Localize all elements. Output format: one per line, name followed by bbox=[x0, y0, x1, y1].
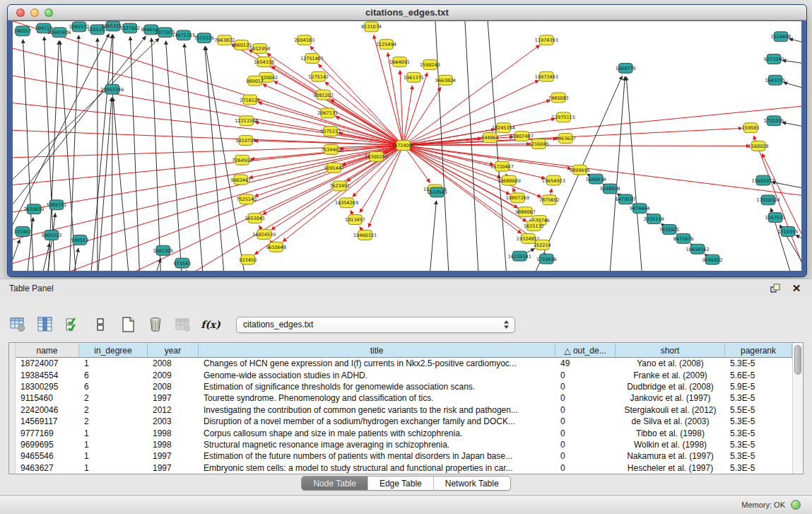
network-node[interactable]: 16135141 bbox=[508, 251, 531, 261]
select-rows-icon[interactable] bbox=[64, 315, 82, 334]
tab-network-table[interactable]: Network Table bbox=[434, 477, 510, 490]
network-node[interactable]: 12751401 bbox=[300, 54, 324, 64]
network-node[interactable]: 1733426 bbox=[536, 254, 557, 264]
column-header-year[interactable]: year bbox=[148, 343, 199, 357]
function-builder-icon[interactable]: f(x) bbox=[201, 315, 220, 334]
table-row[interactable]: 946554611997Estimation of the future num… bbox=[16, 450, 792, 462]
network-node[interactable]: 1160928 bbox=[748, 141, 769, 151]
column-header-pagerank[interactable]: pagerank bbox=[725, 343, 792, 357]
column-header-name[interactable]: name bbox=[16, 343, 79, 357]
network-node[interactable]: 9245652 bbox=[702, 255, 723, 264]
network-node[interactable]: 1654338 bbox=[254, 57, 274, 67]
network-node[interactable]: 252214 bbox=[534, 240, 551, 250]
network-node[interactable]: 544866 bbox=[481, 133, 499, 143]
show-columns-icon[interactable] bbox=[36, 315, 54, 334]
network-node[interactable]: 1653041 bbox=[245, 214, 265, 223]
network-node[interactable]: 1581305 bbox=[153, 245, 173, 255]
network-node[interactable]: 19654923 bbox=[542, 175, 565, 185]
network-node[interactable]: 240557 bbox=[14, 26, 32, 36]
network-node[interactable]: 5938924 bbox=[600, 184, 620, 194]
network-node[interactable]: 9474444 bbox=[630, 204, 650, 214]
network-node[interactable]: 989017 bbox=[246, 76, 264, 86]
network-node[interactable]: 1125494 bbox=[376, 40, 396, 49]
network-node[interactable]: 12975115 bbox=[552, 112, 575, 122]
network-node[interactable]: 15720407 bbox=[490, 161, 514, 171]
network-node[interactable]: 29053346 bbox=[100, 84, 124, 94]
network-node[interactable]: 7623451 bbox=[329, 181, 350, 191]
network-node[interactable]: 7525140 bbox=[236, 194, 257, 204]
network-node[interactable]: 2620650 bbox=[24, 204, 45, 214]
table-row[interactable]: 977716911998Corpus callosum shape and si… bbox=[16, 427, 792, 438]
row-height-icon[interactable] bbox=[91, 315, 110, 334]
table-row[interactable]: 1456911722003Disruption of a novel membe… bbox=[16, 416, 792, 427]
network-node[interactable]: 1643315 bbox=[765, 75, 786, 85]
network-node[interactable]: 9610648 bbox=[266, 242, 286, 252]
network-node[interactable]: 2935114 bbox=[644, 214, 664, 224]
network-node[interactable]: 16824539 bbox=[252, 229, 276, 239]
column-header-title[interactable]: title bbox=[199, 343, 555, 357]
network-node[interactable]: 10973493 bbox=[535, 71, 558, 81]
network-node[interactable]: 1710355 bbox=[778, 227, 799, 237]
network-node[interactable]: 1720395 bbox=[764, 116, 784, 126]
column-header-short[interactable]: short bbox=[616, 343, 725, 357]
tab-node-table[interactable]: Node Table bbox=[302, 477, 368, 490]
network-node[interactable]: 16354209 bbox=[335, 198, 358, 208]
network-node[interactable]: 1065532 bbox=[69, 22, 89, 32]
network-node[interactable]: 1989251 bbox=[47, 200, 67, 210]
table-row[interactable]: 1830029562008Estimation of significance … bbox=[16, 381, 792, 392]
network-node[interactable]: 9273340 bbox=[764, 54, 784, 64]
network-node[interactable]: 1664091 bbox=[389, 57, 410, 67]
network-node[interactable]: 10654162 bbox=[686, 244, 710, 254]
float-panel-icon[interactable] bbox=[770, 283, 781, 294]
network-node[interactable]: 10460331 bbox=[353, 230, 377, 240]
network-node[interactable]: 9463627 bbox=[555, 134, 576, 144]
network-node[interactable]: 10688609 bbox=[498, 175, 521, 185]
network-node[interactable]: 8471676 bbox=[673, 233, 694, 243]
network-node[interactable]: 6216045 bbox=[529, 139, 549, 149]
network-node[interactable]: 159583 bbox=[742, 123, 760, 133]
network-node[interactable]: 7524403 bbox=[321, 145, 341, 155]
network-node[interactable]: 1510448 bbox=[771, 32, 792, 42]
table-row[interactable]: 911546021997Tourette syndrome. Phenomeno… bbox=[16, 392, 792, 404]
network-node[interactable]: 7264503 bbox=[232, 155, 252, 165]
network-node[interactable]: 1664779 bbox=[616, 63, 636, 73]
column-header-in_degree[interactable]: in_degree bbox=[79, 343, 148, 357]
network-node[interactable]: 2004183 bbox=[294, 35, 314, 45]
network-canvas[interactable]: 2405572041182069140610655321055257106532… bbox=[13, 21, 801, 271]
network-node[interactable]: 923450 bbox=[239, 255, 257, 264]
network-node[interactable]: 2718126 bbox=[240, 95, 260, 105]
network-node[interactable]: 11974393 bbox=[535, 35, 558, 45]
tab-edge-table[interactable]: Edge Table bbox=[368, 477, 434, 490]
network-node[interactable]: 331992 bbox=[14, 227, 32, 237]
network-node[interactable]: 12213384 bbox=[235, 116, 258, 126]
scrollbar-thumb[interactable] bbox=[794, 345, 801, 375]
delete-icon[interactable] bbox=[146, 315, 165, 334]
network-node[interactable]: 590513 bbox=[71, 235, 89, 245]
import-table-icon[interactable] bbox=[174, 315, 192, 334]
table-mode-icon[interactable] bbox=[8, 315, 27, 334]
table-row[interactable]: 1938455462009Genome-wide association stu… bbox=[16, 369, 792, 380]
table-row[interactable]: 2242004622012Investigating the contribut… bbox=[16, 404, 792, 416]
network-node[interactable]: 7832621 bbox=[659, 225, 680, 235]
table-row[interactable]: 946362711997Embryonic stem cells: a mode… bbox=[16, 462, 792, 474]
network-node[interactable]: 7515526 bbox=[194, 33, 214, 43]
table-scrollbar[interactable] bbox=[792, 343, 803, 474]
table-selector-dropdown[interactable]: citations_edges.txt bbox=[236, 317, 515, 333]
network-node[interactable]: 973543 bbox=[173, 258, 191, 268]
network-node[interactable]: 1810755 bbox=[235, 136, 256, 146]
network-node[interactable]: 1640934 bbox=[586, 174, 606, 184]
network-node[interactable]: 6479197 bbox=[616, 194, 636, 204]
close-panel-icon[interactable]: ✕ bbox=[791, 283, 802, 294]
network-node[interactable]: 1167531 bbox=[765, 213, 786, 223]
column-header-out_degree[interactable]: △ out_de... bbox=[555, 343, 616, 357]
table-row[interactable]: 1872400712008Changes of HCN gene express… bbox=[16, 358, 792, 369]
window-titlebar[interactable]: citations_edges.txt bbox=[8, 5, 806, 21]
network-node[interactable]: 1961371 bbox=[404, 72, 424, 82]
network-node[interactable]: 1913457 bbox=[345, 215, 365, 225]
network-node[interactable]: 1275142 bbox=[308, 71, 329, 81]
network-node[interactable]: 7875692 bbox=[539, 195, 560, 205]
network-node[interactable]: 8131074 bbox=[361, 22, 382, 32]
network-node[interactable]: 7485083 bbox=[548, 93, 569, 103]
new-column-icon[interactable] bbox=[119, 315, 137, 334]
table-row[interactable]: 969969511998Structural magnetic resonanc… bbox=[16, 439, 792, 450]
